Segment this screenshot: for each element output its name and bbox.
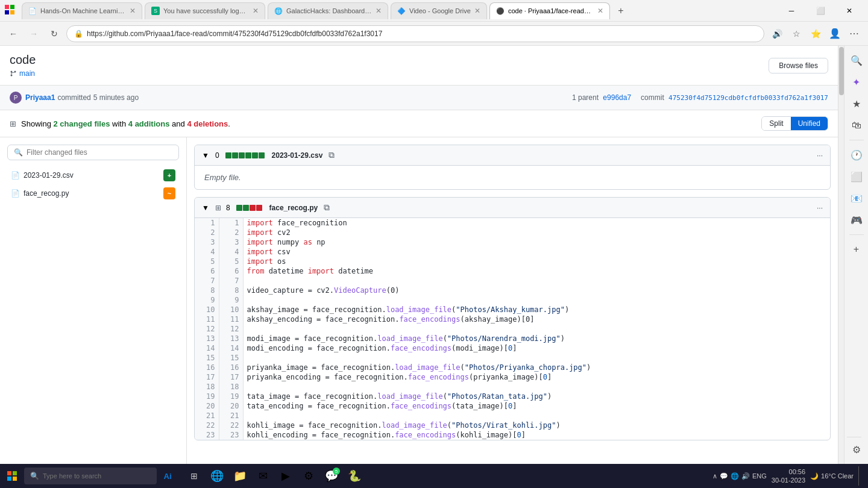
diff-block-csv: ▼ 0 2023-01-29.csv ⧉ · (194, 145, 831, 190)
taskbar-up-arrow[interactable]: ∧ (712, 472, 717, 480)
tab-1[interactable]: 📄 Hands-On Machine Learning.pdf ✕ (22, 2, 142, 19)
edge-copilot-button[interactable]: ✦ (847, 72, 866, 92)
table-row: 13 13 modi_image = face_recognition.load… (195, 334, 830, 343)
copy-path-csv[interactable]: ⧉ (329, 150, 335, 160)
tab-1-close[interactable]: ✕ (130, 7, 136, 15)
commit-full-hash[interactable]: 475230f4d75129cdb0fcfdfb0033fd762a1f3017 (668, 94, 828, 102)
taskbar-app-settings[interactable]: ⚙ (298, 465, 319, 487)
sidebar-separator-3 (847, 437, 861, 437)
edge-office-button[interactable]: ⬜ (847, 167, 866, 186)
tab-3-close[interactable]: ✕ (376, 7, 382, 15)
profile-button[interactable]: 👤 (826, 25, 844, 43)
taskbar-clock[interactable]: 00:56 30-01-2023 (772, 468, 805, 485)
taskbar-search-input[interactable] (43, 472, 133, 480)
filter-input-wrap[interactable]: 🔍 (7, 145, 179, 160)
tab-4[interactable]: 🔷 Video - Google Drive ✕ (391, 2, 487, 19)
parent-hash[interactable]: e996da7 (603, 93, 631, 102)
table-row: 3 3 import numpy as np (195, 237, 830, 247)
taskbar-chat-icon[interactable]: 💬 (720, 472, 728, 480)
branch-name[interactable]: main (19, 69, 35, 78)
tab-3-favicon: 🌐 (274, 7, 283, 15)
edge-history-button[interactable]: 🕐 (847, 145, 866, 164)
taskbar-network-icon[interactable]: 🌐 (731, 472, 739, 480)
taskbar-search-bar[interactable]: 🔍 (24, 468, 157, 484)
favorites-button[interactable]: ☆ (787, 25, 805, 43)
file-item-py[interactable]: 📄 face_recog.py ~ (7, 184, 179, 202)
edge-add-button[interactable]: + (847, 240, 866, 259)
file-item-csv[interactable]: 📄 2023-01-29.csv + (7, 166, 179, 184)
taskbar-app-whatsapp[interactable]: 💬 5 (321, 465, 342, 487)
taskbar-app-python[interactable]: 🐍 (344, 465, 365, 487)
table-row: 12 12 (195, 324, 830, 334)
taskbar-app-taskview[interactable]: ⊞ (183, 465, 205, 487)
table-row: 19 19 tata_image = face_recognition.load… (195, 392, 830, 401)
read-aloud-button[interactable]: 🔊 (768, 25, 786, 43)
more-button[interactable]: ⋯ (845, 25, 863, 43)
diff-header-py: ▼ ⊞ 8 face_recog.py ⧉ ··· (195, 198, 830, 218)
deletions-count: 4 deletions (187, 119, 228, 128)
table-row: 20 20 tata_encoding = face_recognition.f… (195, 401, 830, 411)
taskbar-app-mail[interactable]: ✉ (252, 465, 274, 487)
csv-empty-content: Empty file. (195, 166, 830, 189)
maximize-button[interactable]: ⬜ (807, 1, 834, 20)
table-row: 10 10 akshay_image = face_recognition.lo… (195, 305, 830, 314)
tab-3-label: GalacticHacks: Dashboard | Dev (286, 7, 372, 14)
minimize-button[interactable]: ─ (778, 1, 805, 20)
edge-games-button[interactable]: 🎮 (847, 210, 866, 230)
edge-search-button[interactable]: 🔍 (847, 51, 866, 70)
tab-2-close[interactable]: ✕ (253, 7, 259, 15)
toggle-diff-icon[interactable]: ⊞ (10, 119, 16, 128)
taskbar-ai-button[interactable]: Ai (157, 465, 178, 487)
edge-outlook-button[interactable]: 📧 (847, 189, 866, 208)
close-button[interactable]: ✕ (835, 1, 863, 20)
unified-button[interactable]: Unified (791, 117, 828, 130)
table-row: 7 7 (195, 276, 830, 286)
table-row: 15 15 (195, 353, 830, 363)
tab-3[interactable]: 🌐 GalacticHacks: Dashboard | Dev ✕ (268, 2, 388, 19)
start-button[interactable] (0, 464, 24, 488)
edge-collections-button[interactable]: 🛍 (847, 116, 866, 135)
lock-icon: 🔒 (74, 30, 83, 38)
collapse-csv-icon[interactable]: ▼ (202, 151, 209, 160)
svg-rect-10 (13, 477, 17, 481)
tab-2[interactable]: S You have successfully logged on. ✕ (145, 2, 265, 19)
tab-5-close[interactable]: ✕ (597, 7, 603, 15)
copy-path-py[interactable]: ⧉ (324, 202, 330, 213)
vertical-scrollbar[interactable] (838, 46, 844, 464)
py-filename[interactable]: face_recog.py (269, 204, 318, 212)
show-desktop-button[interactable] (858, 466, 862, 486)
commit-user[interactable]: Priyaaa1 (25, 93, 55, 102)
split-button[interactable]: Split (762, 117, 790, 130)
edge-settings-button[interactable]: ⚙ (847, 440, 866, 459)
taskbar-app-youtube[interactable]: ▶ (275, 465, 297, 487)
back-button[interactable]: ← (5, 25, 22, 42)
browse-files-button[interactable]: Browse files (769, 58, 828, 74)
table-row: 6 6 from datetime import datetime (195, 266, 830, 276)
collapse-py-icon[interactable]: ▼ (202, 204, 209, 212)
more-py-button[interactable]: ··· (817, 204, 823, 212)
user-avatar: P (10, 92, 22, 104)
table-row: 11 11 akshay_encoding = face_recognition… (195, 314, 830, 324)
csv-filename[interactable]: 2023-01-29.csv (272, 151, 323, 160)
taskbar-volume-icon[interactable]: 🔊 (741, 472, 750, 480)
py-diff-count: 8 (226, 204, 230, 212)
forward-button[interactable]: → (25, 25, 42, 42)
table-row: 23 23 kohli_encoding = face_recognition.… (195, 430, 830, 440)
more-csv-button[interactable]: ··· (817, 151, 823, 160)
new-tab-button[interactable]: + (612, 2, 629, 19)
filter-input[interactable] (27, 148, 172, 157)
taskbar-app-edge[interactable]: 🌐 (206, 465, 228, 487)
edge-sidebar: 🔍 ✦ ★ 🛍 🕐 ⬜ 📧 🎮 + ⚙ (844, 46, 868, 464)
commit-time: 5 minutes ago (93, 93, 139, 102)
edge-favorites-button[interactable]: ★ (847, 94, 866, 113)
taskbar-app-explorer[interactable]: 📁 (229, 465, 251, 487)
window-controls: ─ ⬜ ✕ (778, 1, 863, 20)
taskbar-weather: 🌙 16°C Clear (810, 472, 854, 480)
tab-5-favicon: ⚫ (496, 7, 505, 15)
tab-4-close[interactable]: ✕ (474, 7, 480, 15)
url-bar[interactable]: 🔒 https://github.com/Priyaaa1/face-read/… (66, 25, 764, 42)
scrollbar-thumb[interactable] (839, 47, 844, 95)
collections-button[interactable]: ⭐ (807, 25, 825, 43)
tab-5[interactable]: ⚫ code · Priyaaa1/face-read@4752 ✕ (489, 2, 610, 19)
refresh-button[interactable]: ↻ (46, 25, 63, 42)
